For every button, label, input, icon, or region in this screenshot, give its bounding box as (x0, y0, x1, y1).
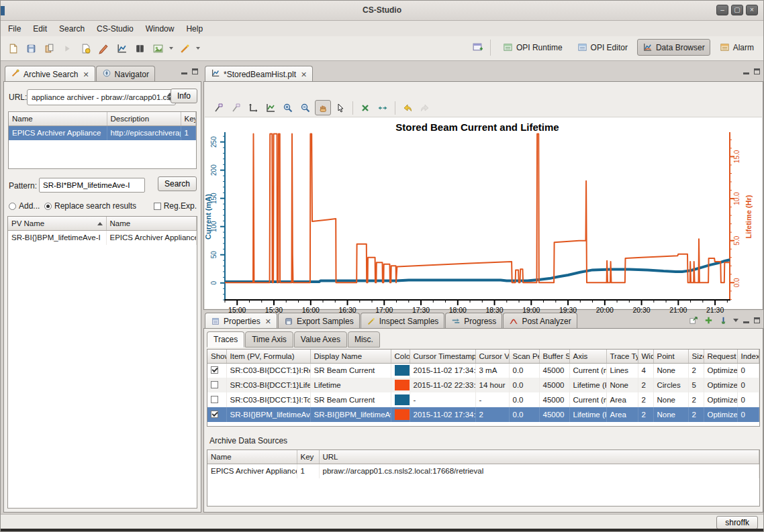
column-header-size[interactable]: Size (688, 350, 704, 363)
table-row[interactable]: SR:C03-BI{DCCT:1}I:Real-ISR Beam Current… (207, 363, 759, 378)
wand-button[interactable] (177, 40, 193, 56)
image-button[interactable] (150, 40, 166, 56)
column-header-cursor-val[interactable]: Cursor Val (475, 350, 509, 363)
replace-radio[interactable]: Replace search results (44, 201, 136, 211)
radio-icon[interactable] (44, 203, 52, 210)
table-row[interactable]: SR-BI{}BPM_lifetimeAve-ISR-BI{}BPM_lifet… (207, 407, 759, 422)
search-button[interactable]: Search (158, 176, 197, 191)
perspective-icon[interactable] (472, 42, 483, 53)
close-window-button[interactable]: × (746, 5, 758, 15)
column-header-trace-typ[interactable]: Trace Typ (606, 350, 638, 363)
perspective-opi-runtime[interactable]: OPI Runtime (497, 39, 568, 56)
new-opi-button[interactable] (77, 40, 93, 56)
dropdown-icon[interactable] (169, 47, 173, 50)
info-button[interactable]: Info (171, 89, 197, 103)
view-menu-icon[interactable] (733, 319, 738, 322)
subtab-traces[interactable]: Traces (207, 331, 244, 348)
trace-sr-bi-bpm-lifetimeave-i[interactable] (225, 134, 730, 283)
perspective-opi-editor[interactable]: OPI Editor (572, 39, 633, 56)
minimize-view-icon[interactable] (181, 68, 187, 74)
pattern-input[interactable] (39, 178, 145, 193)
zoom-out-tool[interactable] (297, 100, 314, 115)
maximize-view-icon[interactable] (754, 68, 760, 74)
subtab-misc-[interactable]: Misc. (348, 331, 380, 348)
menu-cs-studio[interactable]: CS-Studio (91, 21, 140, 36)
column-header-point[interactable]: Point (653, 350, 688, 363)
trace-color-swatch[interactable] (395, 380, 410, 390)
column-header-pv-name[interactable]: PV Name (8, 217, 106, 230)
tab-inspect-samples[interactable]: Inspect Samples (361, 313, 445, 329)
show-checkbox[interactable] (211, 411, 218, 418)
axes-tool[interactable] (245, 100, 261, 115)
column-header-key[interactable]: Key (297, 450, 319, 464)
table-row[interactable]: SR:C03-BI{DCCT:1}LifetimeLifetime2015-11… (207, 378, 759, 392)
regexp-checkbox[interactable]: Reg.Exp. (154, 201, 197, 211)
column-header-display-name[interactable]: Display Name (310, 350, 391, 363)
subtab-value-axes[interactable]: Value Axes (294, 331, 347, 348)
menu-edit[interactable]: Edit (27, 21, 53, 36)
book-button[interactable] (132, 40, 148, 56)
user-button[interactable]: shroffk (716, 516, 758, 529)
column-header-index[interactable]: Index (737, 350, 759, 363)
column-header-cursor-timestamp[interactable]: Cursor Timestamp (410, 350, 475, 363)
column-header-request[interactable]: Request (704, 350, 737, 363)
tab-properties[interactable]: Properties✕ (205, 313, 277, 329)
edit-button[interactable] (95, 40, 111, 56)
dropdown-icon[interactable] (196, 47, 200, 50)
autoscale-tool[interactable] (262, 100, 279, 115)
trace-color-swatch[interactable] (395, 394, 410, 405)
tab-storedbeamhist[interactable]: *StoredBeamHist.plt ✕ (205, 66, 313, 82)
column-header-scan-peri[interactable]: Scan Peri (509, 350, 539, 363)
table-row[interactable]: SR-BI{}BPM_lifetimeAve-IEPICS Archiver A… (8, 230, 197, 245)
subtab-time-axis[interactable]: Time Axis (245, 331, 293, 348)
menu-search[interactable]: Search (53, 21, 91, 36)
menu-help[interactable]: Help (180, 21, 209, 36)
table-row[interactable]: SR:C03-BI{DCCT:1}I:Total-SR Beam Current… (207, 392, 759, 407)
tab-post-analyzer[interactable]: Post Analyzer (503, 313, 577, 329)
new-file-button[interactable] (5, 40, 21, 56)
close-icon[interactable]: ✕ (83, 71, 89, 78)
close-icon[interactable]: ✕ (265, 318, 271, 325)
remove-marker-tool[interactable] (357, 100, 373, 115)
add-radio[interactable]: Add... (9, 201, 40, 211)
column-header-key[interactable]: Key (181, 112, 196, 125)
menu-window[interactable]: Window (140, 21, 181, 36)
pin-icon[interactable] (718, 315, 728, 325)
show-checkbox[interactable] (211, 381, 218, 388)
column-header-url[interactable]: URL (319, 450, 759, 464)
annotation-edit-tool[interactable] (228, 100, 244, 115)
tab-progress[interactable]: Progress (445, 313, 502, 329)
trace-color-swatch[interactable] (395, 409, 410, 420)
maximize-icon[interactable] (754, 317, 760, 323)
minimize-icon[interactable] (743, 317, 749, 323)
column-header-buffer-si-[interactable]: Buffer Si: (539, 350, 569, 363)
tab-export-samples[interactable]: Export Samples (278, 313, 360, 329)
annotation-add-tool[interactable] (210, 100, 226, 115)
paste-button[interactable] (41, 40, 57, 56)
chart-button[interactable] (113, 40, 130, 56)
column-header-colo[interactable]: Colo (391, 350, 410, 363)
add-icon[interactable] (704, 315, 714, 325)
redo-tool[interactable] (417, 100, 433, 115)
table-row[interactable]: EPICS Archiver Appliancehttp://epicsarch… (9, 125, 196, 140)
radio-icon[interactable] (9, 203, 16, 210)
pointer-tool[interactable] (332, 100, 348, 115)
perspective-data-browser[interactable]: Data Browser (637, 39, 710, 56)
detach-icon[interactable] (689, 315, 699, 325)
show-checkbox[interactable] (211, 366, 218, 374)
maximize-view-icon[interactable] (192, 68, 198, 74)
forward-button[interactable] (59, 40, 75, 56)
minimize-window-button[interactable]: – (716, 5, 728, 15)
checkbox-icon[interactable] (154, 203, 161, 210)
perspective-alarm[interactable]: Alarm (714, 39, 759, 56)
pan-tool[interactable] (315, 100, 331, 115)
column-header-item-pv-formula-[interactable]: Item (PV, Formula) (226, 350, 310, 363)
xy-graph[interactable]: Stored Beam Current and Lifetime 0501001… (205, 117, 762, 309)
column-header-description[interactable]: Description (107, 112, 181, 125)
tab-navigator[interactable]: Navigator (96, 66, 155, 82)
close-icon[interactable]: ✕ (301, 71, 307, 78)
undo-tool[interactable] (399, 100, 416, 115)
minimize-view-icon[interactable] (743, 68, 749, 74)
column-header-name[interactable]: Name (9, 112, 107, 125)
column-header-name[interactable]: Name (106, 217, 197, 230)
